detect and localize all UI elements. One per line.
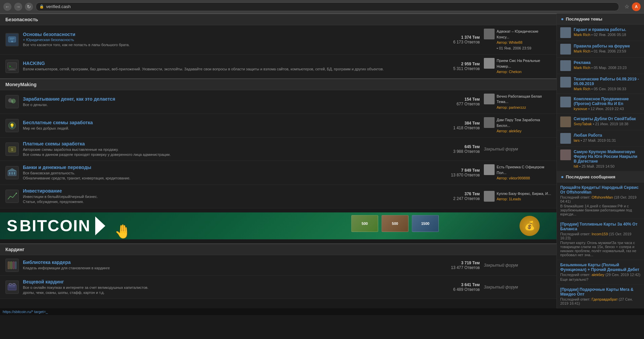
forum-desc-basics: Все что касается того, как не попасть в … [23,42,442,47]
forum-stats-basics: 1 374 Тем 6 173 Ответов [446,35,480,44]
forum-stats-hacking: 2 959 Тем 5 311 Ответов [446,62,480,71]
thread-meta-7: hill • 25 Май. 2019 14:50 [574,164,641,168]
forum-stats-library: 3 719 Тем 13 477 Ответов [446,261,480,270]
forum-row-library: Библиотека кардера Кладезь информации дл… [0,255,557,276]
sidebar-thread-6: Любая Работа lars • 27 Май. 2019 01:31 [557,130,644,147]
last-post-info-free-schemes: Дам Пару Тем Заработка Беспл... Автор: a… [497,117,551,134]
forum-desc-banks: Вся банковская деятельность. Обналичиван… [23,171,442,181]
sidebar-message-1: [Продам] Топливные Карты За 40% От Балан… [557,219,644,260]
forum-last-post-library: Закрытый форум [484,262,551,268]
svg-rect-31 [13,262,14,269]
thread-meta-1: Mark Rich • 01 Янв. 2006 23:59 [574,49,641,53]
last-post-avatar-free-schemes [484,117,495,128]
forum-title-earning[interactable]: Зарабатывание денег, как это делается [23,96,442,102]
thread-avatar-0 [560,27,571,38]
sidebar-message-3: [Продам] Подарочные Карты Мега & Мвидео … [557,284,644,308]
message-preview-2: Еще актуально? [560,277,641,281]
page-layout: Безопасность Основы безопасности + Юриди… [0,13,644,308]
forum-subtitle-basics[interactable]: + Юридическая безопасность [23,38,442,42]
sidebar-thread-4: Комплексное Продвижение (Прогон) Сайтов … [557,94,644,114]
statusbar: https://sbitcoin.ru/* target=_ [0,308,644,315]
message-meta-0: Последний ответ: OffshoreMan (18 Окт. 20… [560,195,641,203]
back-button[interactable]: ← [3,3,11,11]
forum-last-post-paid-schemes: Закрытый форум [484,146,551,152]
thread-title-7[interactable]: Самую Крупную Майнинговую Ферму На Юге Р… [574,149,641,164]
forum-last-post-investing: Куплю Базу Форекс, Биржа, И... Автор: 1L… [484,191,551,202]
svg-rect-30 [10,262,12,269]
sidebar-message-2: Безымянные Карты (Полный Функционал) + П… [557,260,644,284]
forum-title-investing[interactable]: Инвестирование [23,188,442,194]
forum-icon-banks [5,166,19,179]
message-title-3[interactable]: [Продам] Подарочные Карты Мега & Мвидео … [560,287,641,297]
forum-title-banks[interactable]: Банки и денежные переводы [23,165,442,170]
reload-button[interactable]: ↻ [25,3,33,11]
forum-last-post-banks: Есть Приемка С Офицером Пол... Автор: vi… [484,164,551,181]
svg-rect-34 [8,285,16,290]
message-title-1[interactable]: [Продам] Топливные Карты За 40% От Балан… [560,222,641,231]
forum-title-paid-schemes[interactable]: Платные схемы заработка [23,141,442,146]
svg-point-27 [16,193,17,194]
sidebar-thread-2: Реклама Mark Rich • 05 Мар. 2008 23:23 [557,58,644,74]
forum-title-vesh-carding[interactable]: Вещевой кардинг [23,279,442,284]
thread-title-3[interactable]: Технические Работы 04.09.2019 - 05.09.20… [574,77,641,86]
message-meta-1: Последний ответ: Incom159 (15 Окт. 2019 … [560,232,641,240]
svg-rect-37 [9,286,15,287]
bitcoin-banner[interactable]: S BITCOIN 🤚 500 500 1500 💰 [0,212,557,239]
forum-title-free-schemes[interactable]: Бесплатные схемы заработка [23,120,442,125]
svg-rect-8 [10,69,14,70]
thread-title-5[interactable]: Сигареты Дубли От СвойТабак [574,116,641,121]
thread-title-4[interactable]: Комплексное Продвижение (Прогон) Сайтов … [574,97,641,106]
thread-title-1[interactable]: Правила работы на форуме [574,44,641,48]
forum-last-post-earning: Вечно Работающая Белая Тема... Автор: pa… [484,94,551,110]
url-bar[interactable]: 🔒 verified.cash [36,2,619,11]
svg-text:$: $ [11,147,13,151]
sidebar: ● Последние темы Гарант и правила работы… [557,13,644,308]
forum-icon-library [5,259,19,272]
last-post-info-hacking: Прием Смс На Реальные Номер... Автор: Ch… [497,58,551,75]
thread-meta-6: lars • 27 Май. 2019 01:31 [574,138,641,142]
message-title-0[interactable]: Прощайте Кредиты! Народный Сервис От Off… [560,185,641,195]
forum-title-library[interactable]: Библиотека кардера [23,260,442,265]
forum-row-free-schemes: 💡 Бесплатные схемы заработка Мир не без … [0,114,557,138]
forum-info-banks: Банки и денежные переводы Вся банковская… [23,165,442,181]
forum-title-basics[interactable]: Основы безопасности [23,32,442,37]
forum-desc-earning: Все о деньгах. [23,102,442,107]
svg-rect-2 [10,38,14,39]
forum-icon-paid-schemes: $ [5,142,19,156]
last-post-info-basics: Адвокат – Юридические Консу... Автор: Wh… [497,29,551,51]
thread-avatar-3 [560,77,571,88]
forum-title-hacking[interactable]: HACKING [23,61,442,66]
forum-stats-investing: 376 Тем 2 247 Ответов [446,192,480,201]
user-avatar[interactable]: A [632,2,641,11]
last-post-info-paid-schemes: Закрытый форум [484,146,518,152]
svg-point-4 [11,41,13,42]
svg-text:💡: 💡 [9,123,15,128]
banner-coin: 💰 [520,216,540,236]
last-post-avatar-hacking [484,58,495,69]
sidebar-thread-7: Самую Крупную Майнинговую Ферму На Юге Р… [557,147,644,171]
forum-desc-investing: Инвестиции в белый/серый/черный бизнес. … [23,194,442,205]
forum-desc-library: Кладезь информации для становления в кар… [23,266,442,271]
forum-last-post-vesh-carding: Закрытый форум [484,284,551,290]
thread-title-2[interactable]: Реклама [574,60,641,65]
forum-info-investing: Инвестирование Инвестиции в белый/серый/… [23,188,442,205]
thread-title-0[interactable]: Гарант и правила работы. [574,27,641,32]
sidebar-thread-1: Правила работы на форуме Mark Rich • 01 … [557,41,644,58]
last-post-info-library: Закрытый форум [484,262,518,268]
bookmark-button[interactable]: ☆ [624,3,629,10]
forum-info-hacking: HACKING Взлом компьютеров, сетей, програ… [23,61,442,72]
forum-last-post-free-schemes: Дам Пару Тем Заработка Беспл... Автор: a… [484,117,551,134]
forum-desc-paid-schemes: Авторские схемы заработка выставленные н… [23,147,442,158]
forum-icon-free-schemes: 💡 [5,119,19,132]
section-security: Безопасность [0,13,557,25]
forum-icon-hacking: >_ [5,60,19,73]
forum-info-earning: Зарабатывание денег, как это делается Вс… [23,96,442,107]
last-post-avatar-banks [484,164,495,175]
thread-title-6[interactable]: Любая Работа [574,133,641,138]
forward-button[interactable]: → [14,3,22,11]
sidebar-message-0: Прощайте Кредиты! Народный Сервис От Off… [557,182,644,219]
message-title-2[interactable]: Безымянные Карты (Полный Функционал) + П… [560,263,641,272]
last-post-avatar-earning [484,94,495,104]
thread-meta-3: Mark Rich • 05 Сен. 2019 06:33 [574,87,641,91]
forum-row-earning: $ Зарабатывание денег, как это делается … [0,90,557,114]
